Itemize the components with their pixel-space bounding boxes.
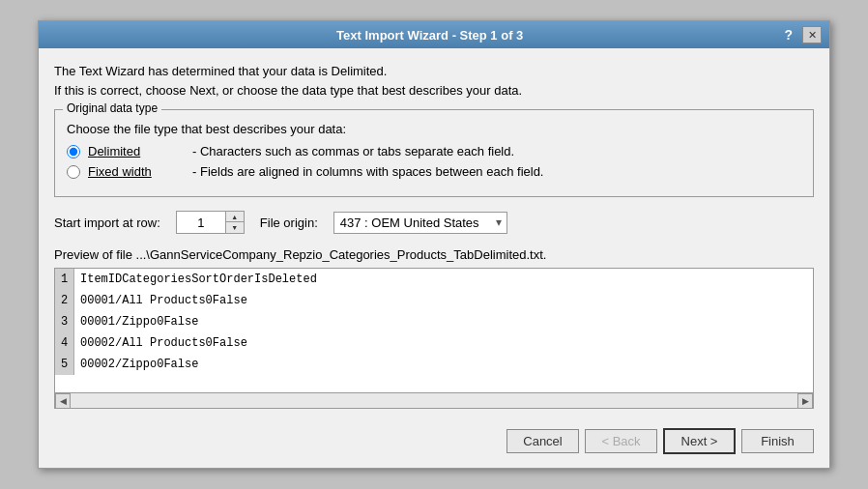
dialog-window: Text Import Wizard - Step 1 of 3 ? ✕ The… <box>38 20 830 469</box>
preview-label: Preview of file ...\GannServiceCompany_R… <box>54 247 814 262</box>
fixed-width-radio-row: Fixed width - Fields are aligned in colu… <box>67 164 801 179</box>
row-number: 2 <box>55 290 74 311</box>
dialog-title: Text Import Wizard - Step 1 of 3 <box>75 28 784 43</box>
scroll-track[interactable] <box>71 393 797 408</box>
intro-text: The Text Wizard has determined that your… <box>54 62 814 100</box>
group-box-label: Original data type <box>63 101 161 115</box>
preview-row: 2 00001/All Products0False <box>55 290 813 311</box>
start-row-spinbox[interactable]: 1 ▲ ▼ <box>176 211 245 234</box>
preview-row: 3 00001/Zippo0False <box>55 311 813 332</box>
fixed-width-label[interactable]: Fixed width <box>88 164 185 179</box>
title-bar-controls: ? ✕ <box>784 26 822 43</box>
spinbox-up-button[interactable]: ▲ <box>226 212 244 222</box>
row-content: 00002/All Products0False <box>74 334 253 352</box>
file-origin-wrapper: 437 : OEM United States 1252 : Windows A… <box>333 212 507 234</box>
delimited-desc: - Characters such as commas or tabs sepa… <box>192 144 514 158</box>
row-number: 4 <box>55 332 74 354</box>
spinbox-buttons: ▲ ▼ <box>225 212 244 233</box>
scroll-left-button[interactable]: ◀ <box>55 393 71 409</box>
row-number: 5 <box>55 354 74 375</box>
delimited-label[interactable]: Delimited <box>88 144 185 158</box>
scroll-right-button[interactable]: ▶ <box>797 393 813 409</box>
file-origin-label: File origin: <box>260 216 318 230</box>
preview-row: 5 00002/Zippo0False <box>55 354 813 375</box>
dialog-content: The Text Wizard has determined that your… <box>39 48 829 418</box>
preview-row: 1 ItemIDCategoriesSortOrderIsDeleted <box>55 269 813 290</box>
fixed-width-desc: - Fields are aligned in columns with spa… <box>192 164 543 179</box>
intro-line1: The Text Wizard has determined that your… <box>54 62 814 81</box>
delimited-radio[interactable] <box>67 145 80 158</box>
dialog-footer: Cancel < Back Next > Finish <box>39 418 829 468</box>
data-type-group: Original data type Choose the file type … <box>54 109 814 197</box>
import-settings-row: Start import at row: 1 ▲ ▼ File origin: … <box>54 211 814 234</box>
next-button[interactable]: Next > <box>663 428 736 454</box>
row-content: ItemIDCategoriesSortOrderIsDeleted <box>74 271 323 288</box>
close-button[interactable]: ✕ <box>802 26 822 43</box>
start-row-input[interactable]: 1 <box>177 212 225 233</box>
help-button[interactable]: ? <box>784 27 793 43</box>
horizontal-scrollbar[interactable]: ◀ ▶ <box>54 393 814 409</box>
row-content: 00001/All Products0False <box>74 292 253 309</box>
row-number: 3 <box>55 311 74 332</box>
row-number: 1 <box>55 269 74 290</box>
row-content: 00002/Zippo0False <box>74 356 204 373</box>
preview-row: 4 00002/All Products0False <box>55 332 813 354</box>
title-bar: Text Import Wizard - Step 1 of 3 ? ✕ <box>39 21 829 48</box>
delimited-radio-row: Delimited - Characters such as commas or… <box>67 144 801 158</box>
finish-button[interactable]: Finish <box>741 429 814 453</box>
row-content: 00001/Zippo0False <box>74 313 204 331</box>
preview-box[interactable]: 1 ItemIDCategoriesSortOrderIsDeleted 2 0… <box>54 268 814 393</box>
choose-label: Choose the file type that best describes… <box>67 122 801 136</box>
group-content: Choose the file type that best describes… <box>67 122 801 179</box>
file-origin-select[interactable]: 437 : OEM United States 1252 : Windows A… <box>333 212 507 234</box>
cancel-button[interactable]: Cancel <box>506 429 579 453</box>
fixed-width-radio[interactable] <box>67 165 80 179</box>
spinbox-down-button[interactable]: ▼ <box>226 222 244 233</box>
back-button[interactable]: < Back <box>585 429 657 453</box>
intro-line2: If this is correct, choose Next, or choo… <box>54 81 814 101</box>
start-import-label: Start import at row: <box>54 216 160 230</box>
